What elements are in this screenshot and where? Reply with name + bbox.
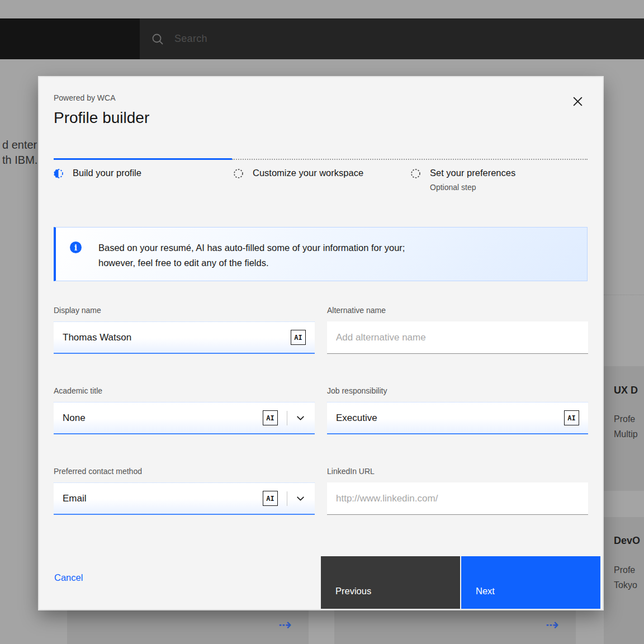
- background-card-bottom-left: ⇢: [67, 609, 309, 644]
- display-name-input[interactable]: [54, 322, 291, 353]
- step-label: Build your profile: [73, 168, 141, 181]
- chevron-down-icon[interactable]: [296, 494, 305, 503]
- card-title: DevO: [614, 535, 640, 547]
- banner-text: Based on your resumé, AI has auto-filled…: [98, 240, 405, 271]
- alternative-name-label: Alternative name: [327, 306, 386, 315]
- previous-button[interactable]: Previous: [321, 556, 460, 609]
- card-title: UX D: [614, 385, 638, 396]
- academic-title-dropdown[interactable]: None AI: [54, 402, 315, 434]
- ai-label-tag[interactable]: AI: [263, 410, 278, 425]
- progress-line-upcoming: [232, 159, 588, 160]
- ai-info-banner: i Based on your resumé, AI has auto-fill…: [54, 227, 588, 281]
- half-filled-circle-icon: [54, 169, 63, 181]
- progress-line-current: [54, 158, 232, 160]
- next-button[interactable]: Next: [461, 556, 600, 609]
- step-label: Customize your workspace: [253, 168, 363, 181]
- preferred-contact-method-label: Preferred contact method: [54, 467, 142, 476]
- linkedin-url-input[interactable]: [327, 482, 588, 514]
- step-build-your-profile[interactable]: Build your profile: [54, 168, 141, 181]
- app-header: Search: [0, 18, 644, 59]
- preferred-contact-method-value: Email: [54, 493, 263, 504]
- modal-footer: Cancel Previous Next: [39, 556, 603, 609]
- header-nav-block: [0, 18, 140, 59]
- step-sublabel: Optional step: [430, 183, 515, 192]
- search-icon: [151, 32, 164, 46]
- academic-title-label: Academic title: [54, 386, 102, 395]
- modal-title: Profile builder: [54, 109, 149, 127]
- dashed-circle-icon: [234, 169, 243, 181]
- academic-title-value: None: [54, 413, 263, 424]
- alternative-name-input[interactable]: [327, 321, 588, 353]
- info-icon: i: [70, 242, 82, 253]
- cancel-button[interactable]: Cancel: [54, 572, 83, 583]
- job-responsibility-input[interactable]: [327, 402, 564, 433]
- search-placeholder: Search: [174, 33, 207, 45]
- step-set-your-preferences[interactable]: Set your preferences Optional step: [411, 168, 515, 192]
- card-text: Tokyo: [614, 580, 637, 590]
- background-text: d enter th IBM.: [2, 138, 37, 168]
- background-card-ux: UX D Profe Multip: [604, 366, 644, 491]
- chevron-down-icon[interactable]: [296, 413, 305, 423]
- step-customize-your-workspace[interactable]: Customize your workspace: [234, 168, 363, 181]
- step-label: Set your preferences: [430, 168, 515, 178]
- job-responsibility-label: Job responsibility: [327, 386, 387, 395]
- search-input[interactable]: Search: [151, 18, 207, 59]
- linkedin-url-label: LinkedIn URL: [327, 467, 375, 476]
- page: Search d enter th IBM. UX D Profe Multip…: [0, 0, 644, 644]
- ai-label-tag[interactable]: AI: [263, 491, 278, 506]
- arrow-right-icon[interactable]: ⇢: [546, 617, 558, 633]
- card-text: Profe: [614, 565, 635, 575]
- close-icon[interactable]: [568, 92, 587, 111]
- modal-eyebrow: Powered by WCA: [54, 93, 115, 102]
- card-text: Multip: [614, 429, 638, 439]
- background-card-bottom-right: ⇢: [334, 609, 576, 644]
- profile-builder-modal: Powered by WCA Profile builder Build you…: [39, 77, 603, 609]
- background-section-divider: [604, 295, 644, 295]
- arrow-right-icon[interactable]: ⇢: [278, 617, 291, 633]
- divider: [287, 411, 287, 425]
- dashed-circle-icon: [411, 169, 420, 192]
- background-card-devops: DevO Profe Tokyo: [604, 517, 644, 644]
- preferred-contact-method-dropdown[interactable]: Email AI: [54, 482, 315, 515]
- display-name-label: Display name: [54, 306, 101, 315]
- card-text: Profe: [614, 414, 635, 424]
- divider: [287, 491, 287, 506]
- ai-label-tag[interactable]: AI: [291, 330, 306, 345]
- ai-label-tag[interactable]: AI: [564, 410, 579, 425]
